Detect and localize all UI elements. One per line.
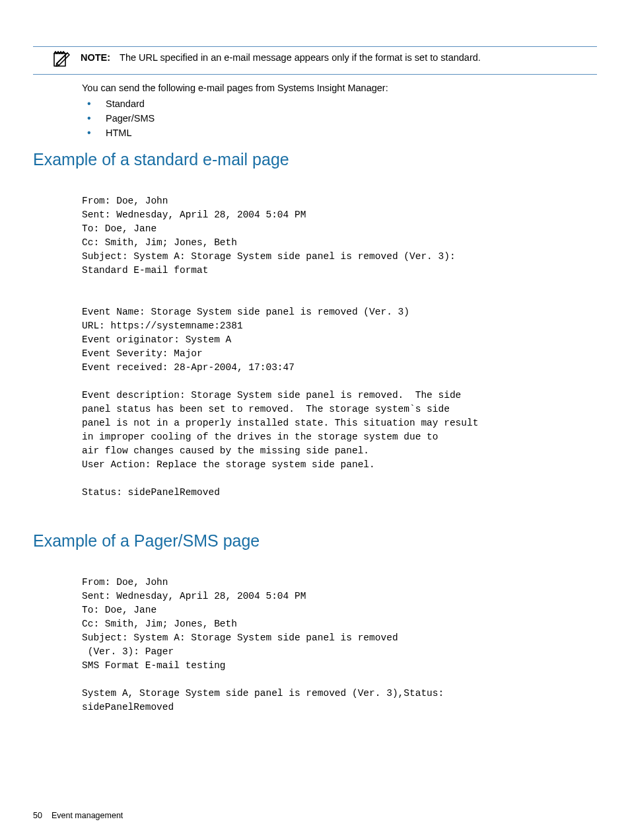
chapter-name: Event management [52,811,123,820]
format-list: Standard Pager/SMS HTML [82,98,597,138]
page-number: 50 [33,811,42,820]
section-heading-standard: Example of a standard e-mail page [33,150,597,169]
section-heading-pager: Example of a Pager/SMS page [33,531,597,551]
page-footer: 50Event management [33,811,123,820]
list-item: Pager/SMS [82,113,597,124]
list-item: Standard [82,98,597,109]
note-text: NOTE:The URL specified in an e-mail mess… [81,51,597,64]
note-label: NOTE: [81,52,110,63]
note-body: The URL specified in an e-mail message a… [120,52,481,63]
intro-text: You can send the following e-mail pages … [82,83,597,93]
example-standard-email: From: Doe, John Sent: Wednesday, April 2… [82,194,564,500]
example-pager-email: From: Doe, John Sent: Wednesday, April 2… [82,576,564,714]
note-icon [52,50,71,70]
list-item: HTML [82,128,597,138]
note-callout: NOTE:The URL specified in an e-mail mess… [33,46,597,75]
